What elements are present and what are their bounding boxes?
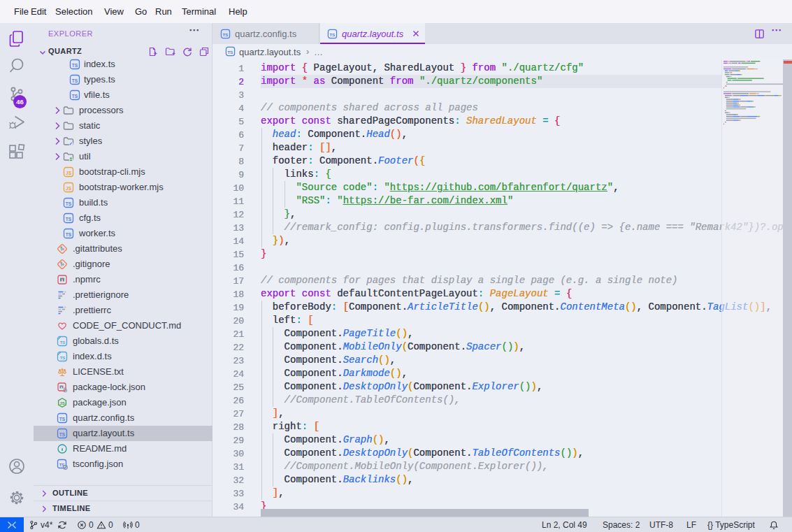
svg-text:TS: TS (59, 417, 66, 422)
svg-text:TS: TS (72, 63, 78, 68)
svg-text:TS: TS (59, 432, 66, 437)
svg-text:TS: TS (60, 340, 66, 345)
svg-text:TS: TS (330, 32, 336, 37)
svg-text:JS: JS (66, 186, 72, 191)
svg-text:TS: TS (223, 32, 229, 37)
svg-text:TS: TS (66, 201, 72, 206)
svg-text:JS: JS (66, 171, 72, 175)
svg-text:TS: TS (66, 217, 72, 222)
svg-text:TS: TS (228, 50, 233, 55)
svg-text:TS: TS (66, 232, 72, 237)
svg-text:TS: TS (72, 94, 78, 99)
svg-text:TS: TS (72, 78, 78, 83)
svg-text:TS: TS (60, 356, 66, 360)
svg-text:JS: JS (59, 401, 64, 405)
